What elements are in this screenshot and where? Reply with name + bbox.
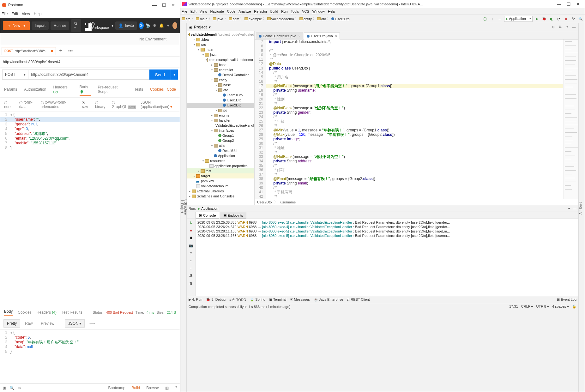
toolwindow-button[interactable]: 🍃 Spring xyxy=(250,298,265,302)
exit-button[interactable]: ⎋ xyxy=(189,250,194,256)
tree-node[interactable]: .idea xyxy=(187,37,254,42)
code-crumb[interactable]: username xyxy=(280,200,296,204)
resp-tab-body[interactable]: Body xyxy=(4,309,13,316)
clear-button[interactable]: 🗑 xyxy=(189,281,194,286)
editor-tab[interactable]: User2Dto.java× xyxy=(304,33,340,39)
radio-none[interactable]: none xyxy=(4,100,15,109)
left-toolwindow-bar[interactable]: 1: Project7: Structure2: FavoritesWeb xyxy=(180,23,187,392)
radio-binary[interactable]: binary xyxy=(95,100,107,109)
tree-node[interactable]: enums xyxy=(187,113,254,118)
browse-link[interactable]: Browse xyxy=(146,386,159,390)
status-item[interactable]: 4 spaces ÷ xyxy=(552,305,569,309)
body-editor[interactable]: 1▾ {2 "username": "",3 "gender": null,4 … xyxy=(0,112,180,307)
capture-icon[interactable]: 📡 xyxy=(146,23,150,28)
tab-menu-button[interactable]: ••• xyxy=(66,48,75,53)
toolwindow-button[interactable]: 🐞 5: Debug xyxy=(206,298,226,302)
update-button[interactable]: ↻ xyxy=(570,16,576,22)
breadcrumb-item[interactable]: example xyxy=(244,17,262,21)
send-dropdown[interactable]: ▾ xyxy=(171,69,178,80)
menu-item[interactable]: Window xyxy=(312,9,325,13)
run-button[interactable]: ▶ xyxy=(534,16,540,22)
tab-authorization[interactable]: Authorization xyxy=(24,85,46,93)
project-tree[interactable]: validateddemo E:\project_code\validatedd… xyxy=(187,31,255,205)
profile-button[interactable]: ◔ xyxy=(556,16,562,22)
tree-node[interactable]: entity xyxy=(187,77,254,82)
tree-node[interactable]: handler xyxy=(187,118,254,123)
tree-node[interactable]: dto xyxy=(187,87,254,93)
tree-node[interactable]: validateddemo.iml xyxy=(187,184,254,189)
minimap[interactable] xyxy=(563,39,578,199)
tree-node[interactable]: java xyxy=(187,52,254,57)
tree-node[interactable]: Scratches and Consoles xyxy=(187,194,254,199)
workspace-selector[interactable]: My Workspace▾ xyxy=(85,21,113,30)
tree-node[interactable]: mpom.xml xyxy=(187,178,254,184)
tree-node[interactable]: ResultUtil xyxy=(187,148,254,153)
runner-button[interactable]: Runner xyxy=(51,21,69,30)
tree-node[interactable]: main xyxy=(187,47,254,52)
cookies-link[interactable]: Cookies xyxy=(150,85,164,93)
tree-node[interactable]: com.example.validateddemo xyxy=(187,57,254,62)
radio-raw[interactable]: raw xyxy=(82,100,91,109)
toolwindow-button[interactable]: ▶ 4: Run xyxy=(189,298,202,302)
menu-item[interactable]: VCS xyxy=(302,9,309,13)
minimize-button[interactable]: — xyxy=(150,3,159,8)
console-icon[interactable]: ▭ xyxy=(17,386,21,390)
run-config-tab[interactable]: ▸Application xyxy=(198,207,218,211)
code-link[interactable]: Code xyxy=(167,85,176,93)
breadcrumb-item[interactable]: src xyxy=(182,17,190,21)
url-input[interactable]: http://localhost:8080/api/v1/insert4 xyxy=(28,69,149,80)
toolwindow-tab[interactable]: 1: Project xyxy=(180,25,184,388)
tree-node[interactable]: utils xyxy=(187,143,254,148)
hide-icon[interactable]: — xyxy=(573,207,576,210)
tree-node[interactable]: Team1Dto xyxy=(187,93,254,98)
hide-icon[interactable]: — xyxy=(571,25,576,30)
breadcrumb-item[interactable]: java xyxy=(213,17,223,21)
view-preview[interactable]: Preview xyxy=(37,319,58,328)
tab-body[interactable]: Body xyxy=(80,83,91,96)
console-tab[interactable]: ▣Console xyxy=(196,212,219,219)
menu-item[interactable]: Refactor xyxy=(254,9,267,13)
radio-urlencoded[interactable]: x-www-form-urlencoded xyxy=(41,100,78,109)
breadcrumb-item[interactable]: dto xyxy=(317,17,326,21)
search-button[interactable]: 🔍 xyxy=(578,16,583,22)
tree-node[interactable]: External Libraries xyxy=(187,189,254,194)
tree-node[interactable]: po xyxy=(187,108,254,113)
menu-item[interactable]: Analyze xyxy=(238,9,251,13)
rerun-button[interactable]: ↻ xyxy=(189,220,194,225)
send-button[interactable]: Send xyxy=(149,69,171,80)
maximize-button[interactable]: ☐ xyxy=(159,3,169,8)
tab-params[interactable]: Params xyxy=(4,85,17,93)
breadcrumb-item[interactable]: main xyxy=(196,17,208,21)
run-config-selector[interactable]: ▸ Application xyxy=(504,16,533,22)
maximize-button[interactable]: ☐ xyxy=(564,2,573,7)
tree-node[interactable]: resources xyxy=(187,158,254,163)
code-editor[interactable]: 7import javax.validation.constraints.*;8… xyxy=(255,39,563,199)
radio-graphql[interactable]: GraphQLBETA xyxy=(112,100,136,109)
menu-item[interactable]: Help xyxy=(328,9,335,13)
view-pretty[interactable]: Pretty xyxy=(3,319,20,328)
coverage-button[interactable]: ▶̤ xyxy=(549,16,554,22)
down-button[interactable]: ↓ xyxy=(189,266,194,271)
tree-node[interactable]: application.properties xyxy=(187,163,254,168)
tree-node[interactable]: Demo1Controller xyxy=(187,72,254,77)
menu-item[interactable]: Edit xyxy=(190,9,196,13)
status-item[interactable]: 🔒 xyxy=(572,305,576,309)
tree-node[interactable]: src xyxy=(187,42,254,47)
invite-button[interactable]: 👤Invite xyxy=(115,21,137,30)
gear-icon[interactable]: ✦ xyxy=(564,25,570,30)
tab-tests[interactable]: Tests xyxy=(134,85,143,93)
menu-item[interactable]: Code xyxy=(227,9,235,13)
heart-icon[interactable]: ♥ xyxy=(166,23,171,28)
tab-headers[interactable]: Headers (9) xyxy=(53,83,72,96)
add-tab-button[interactable]: + xyxy=(56,47,66,54)
radio-formdata[interactable]: form-data xyxy=(19,100,36,109)
tree-node[interactable]: base xyxy=(187,62,254,67)
environment-selector[interactable]: No Environment xyxy=(136,37,180,41)
new-button[interactable]: ＋New▾ xyxy=(3,21,30,30)
debug-button[interactable]: 🐞 xyxy=(541,16,547,22)
sync-button[interactable]: ⟳ xyxy=(139,22,144,29)
tree-node[interactable]: controller xyxy=(187,67,254,72)
response-editor[interactable]: 1▾ {2 "code": 6,3 "msg": "年龄有误！用户名不能为空！"… xyxy=(0,330,180,383)
breadcrumb-item[interactable]: validateddemo xyxy=(267,17,294,21)
target-icon[interactable]: ⊕ xyxy=(551,25,556,30)
